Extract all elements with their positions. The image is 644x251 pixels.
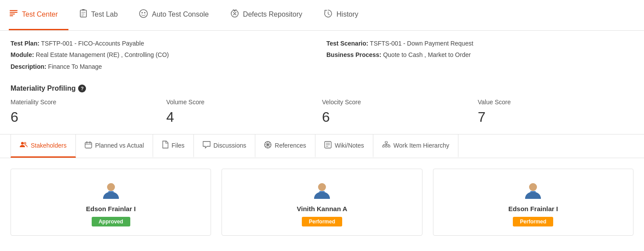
business-process-row: Business Process: Quote to Cash , Market… <box>326 50 633 60</box>
svg-rect-2 <box>10 14 15 14</box>
svg-point-7 <box>142 12 143 13</box>
svg-rect-0 <box>10 10 18 11</box>
value-score-label: Value Score <box>478 99 633 106</box>
info-right: Test Scenario: TSFTS-001 - Down Payment … <box>318 39 633 73</box>
volume-score-item: Volume Score 4 <box>166 99 322 125</box>
scores-row: Materiality Score 6 Volume Score 4 Veloc… <box>11 99 633 125</box>
svg-point-6 <box>140 10 147 18</box>
test-scenario-value: TSFTS-001 - Down Payment Request <box>370 40 473 47</box>
defects-repository-icon <box>230 9 240 21</box>
test-lab-icon <box>79 9 88 20</box>
svg-rect-1 <box>10 12 18 13</box>
history-icon <box>323 9 333 21</box>
references-tab-icon <box>264 141 272 150</box>
stakeholder-card-0: Edson Frainlar I Approved <box>11 169 211 236</box>
stakeholder-badge-2: Performed <box>513 217 553 226</box>
top-navigation: Test Center Test Lab Auto Test Console <box>0 0 644 31</box>
info-left: Test Plan: TSFTP-001 - FICO-Accounts Pay… <box>11 39 318 73</box>
materiality-score-item: Materiality Score 6 <box>11 99 166 125</box>
test-center-icon <box>9 9 18 21</box>
svg-line-12 <box>236 9 236 10</box>
stakeholders-tab-icon <box>20 141 28 150</box>
nav-history[interactable]: History <box>313 0 369 30</box>
tab-work-item-hierarchy-label: Work Item Hierarchy <box>394 142 449 149</box>
info-section: Test Plan: TSFTP-001 - FICO-Accounts Pay… <box>0 31 644 78</box>
nav-test-lab-label: Test Lab <box>91 11 118 18</box>
volume-score-label: Volume Score <box>166 99 322 106</box>
tab-work-item-hierarchy[interactable]: Work Item Hierarchy <box>373 134 458 158</box>
nav-history-label: History <box>336 11 358 18</box>
avatar-2 <box>522 180 544 201</box>
description-row: Description: Finance To Manage <box>11 62 318 71</box>
stakeholder-card-1: Vinith Kannan A Performed <box>222 169 422 236</box>
test-scenario-label: Test Scenario: <box>326 40 368 47</box>
files-tab-icon <box>162 141 168 150</box>
velocity-score-label: Velocity Score <box>322 99 478 106</box>
materiality-title-text: Materiality Profiling <box>11 85 75 92</box>
svg-rect-34 <box>383 145 384 147</box>
nav-defects-repository-label: Defects Repository <box>243 11 302 18</box>
svg-point-41 <box>529 183 537 191</box>
test-plan-row: Test Plan: TSFTP-001 - FICO-Accounts Pay… <box>11 39 318 48</box>
svg-line-11 <box>233 9 234 10</box>
materiality-title: Materiality Profiling ? <box>11 85 633 92</box>
nav-test-lab[interactable]: Test Lab <box>68 0 128 30</box>
svg-point-39 <box>318 183 326 191</box>
tab-references-label: References <box>275 142 306 149</box>
tab-wiki-notes[interactable]: Wiki/Notes <box>315 134 373 158</box>
business-process-label: Business Process: <box>326 51 381 58</box>
auto-test-console-icon <box>139 9 148 21</box>
value-score-value: 7 <box>478 109 633 125</box>
stakeholder-name-2: Edson Frainlar I <box>508 205 558 212</box>
stakeholder-card-2: Edson Frainlar I Performed <box>433 169 633 236</box>
help-icon[interactable]: ? <box>78 85 86 92</box>
svg-rect-15 <box>85 142 92 148</box>
nav-defects-repository[interactable]: Defects Repository <box>219 0 313 30</box>
tab-discussions-label: Discussions <box>214 142 247 149</box>
nav-auto-test-console-label: Auto Test Console <box>152 11 209 18</box>
test-scenario-row: Test Scenario: TSFTS-001 - Down Payment … <box>326 39 633 48</box>
tab-discussions[interactable]: Discussions <box>194 134 256 158</box>
svg-point-14 <box>24 142 26 145</box>
test-plan-label: Test Plan: <box>11 40 39 47</box>
stakeholder-name-1: Vinith Kannan A <box>297 205 347 212</box>
module-label: Module: <box>11 51 34 58</box>
materiality-score-label: Materiality Score <box>11 99 166 106</box>
tabs-section: Stakeholders Planned vs Actual Files <box>0 134 644 158</box>
tab-files[interactable]: Files <box>153 134 194 158</box>
volume-score-value: 4 <box>166 109 322 125</box>
svg-point-13 <box>21 142 24 145</box>
nav-test-center[interactable]: Test Center <box>9 0 68 30</box>
description-value: Finance To Manage <box>48 63 102 70</box>
svg-point-37 <box>107 183 115 191</box>
svg-rect-36 <box>388 145 390 147</box>
stakeholder-name-0: Edson Frainlar I <box>86 205 136 212</box>
svg-rect-28 <box>385 141 387 143</box>
discussions-tab-icon <box>203 141 211 150</box>
stakeholder-cards: Edson Frainlar I Approved Vinith Kannan … <box>0 158 644 246</box>
materiality-section: Materiality Profiling ? Materiality Scor… <box>0 78 644 130</box>
svg-rect-35 <box>385 145 387 147</box>
materiality-score-value: 6 <box>11 109 166 125</box>
avatar-0 <box>100 180 122 201</box>
svg-point-10 <box>234 10 235 11</box>
avatar-1 <box>311 180 333 201</box>
module-value: Real Estate Management (RE) , Controllin… <box>36 51 169 58</box>
stakeholder-badge-0: Approved <box>92 217 130 226</box>
tab-stakeholders[interactable]: Stakeholders <box>11 134 76 158</box>
description-label: Description: <box>11 63 47 70</box>
tab-stakeholders-label: Stakeholders <box>31 142 67 149</box>
svg-rect-3 <box>10 15 13 16</box>
value-score-item: Value Score 7 <box>478 99 633 125</box>
tab-references[interactable]: References <box>255 134 315 158</box>
test-plan-value: TSFTP-001 - FICO-Accounts Payable <box>41 40 144 47</box>
business-process-value: Quote to Cash , Market to Order <box>383 51 471 58</box>
tab-planned-vs-actual[interactable]: Planned vs Actual <box>76 134 153 158</box>
nav-test-center-label: Test Center <box>22 11 58 18</box>
tab-planned-vs-actual-label: Planned vs Actual <box>95 142 144 149</box>
nav-auto-test-console[interactable]: Auto Test Console <box>128 0 219 30</box>
svg-point-8 <box>144 12 146 13</box>
velocity-score-item: Velocity Score 6 <box>322 99 478 125</box>
planned-vs-actual-tab-icon <box>85 141 92 150</box>
module-row: Module: Real Estate Management (RE) , Co… <box>11 50 318 60</box>
